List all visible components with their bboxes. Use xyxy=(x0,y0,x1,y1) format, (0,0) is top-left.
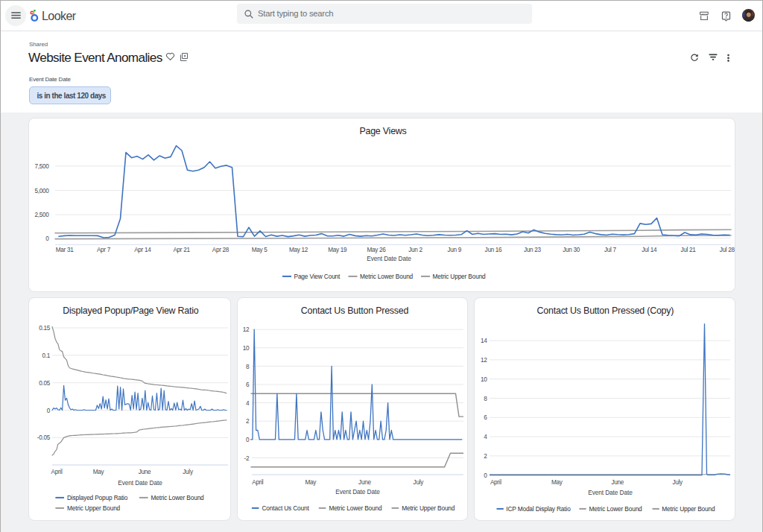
svg-text:June: June xyxy=(139,469,151,475)
svg-text:Jun 9: Jun 9 xyxy=(447,247,461,253)
svg-text:Jun 30: Jun 30 xyxy=(563,247,580,253)
svg-text:Metric Upper Bound: Metric Upper Bound xyxy=(433,273,487,280)
svg-text:0: 0 xyxy=(246,437,250,443)
svg-text:May: May xyxy=(551,479,563,486)
svg-text:Jul 28: Jul 28 xyxy=(720,247,735,253)
svg-text:Jul 7: Jul 7 xyxy=(604,247,617,253)
svg-text:May: May xyxy=(305,479,317,486)
svg-text:June: June xyxy=(358,479,371,486)
svg-text:May 19: May 19 xyxy=(328,247,347,253)
svg-text:-0.05: -0.05 xyxy=(37,434,51,441)
svg-text:5,000: 5,000 xyxy=(35,188,50,194)
svg-text:Event Date Date: Event Date Date xyxy=(588,489,633,496)
svg-text:4: 4 xyxy=(246,400,250,407)
svg-text:Apr 7: Apr 7 xyxy=(97,247,111,253)
svg-text:May 5: May 5 xyxy=(252,247,268,253)
svg-text:July: July xyxy=(183,469,194,475)
svg-text:10: 10 xyxy=(243,345,250,352)
svg-text:Apr 14: Apr 14 xyxy=(134,247,151,253)
svg-text:Contact Us Count: Contact Us Count xyxy=(262,504,310,512)
svg-text:10: 10 xyxy=(481,376,487,383)
svg-text:Metric Upper Bound: Metric Upper Bound xyxy=(402,504,455,512)
svg-text:Event Date Date: Event Date Date xyxy=(335,488,380,495)
svg-text:12: 12 xyxy=(243,326,250,333)
svg-text:6: 6 xyxy=(246,381,250,388)
svg-text:Apr 21: Apr 21 xyxy=(173,247,190,253)
svg-text:14: 14 xyxy=(481,338,487,344)
svg-text:7,500: 7,500 xyxy=(35,163,50,170)
svg-text:Mar 31: Mar 31 xyxy=(56,247,74,253)
svg-text:6: 6 xyxy=(484,414,487,421)
svg-text:0: 0 xyxy=(47,408,51,414)
svg-text:4: 4 xyxy=(484,434,487,440)
svg-text:0: 0 xyxy=(45,235,49,242)
svg-text:12: 12 xyxy=(481,357,487,364)
svg-text:Contact Us Button Pressed: Contact Us Button Pressed xyxy=(301,305,409,316)
svg-text:April: April xyxy=(252,479,263,486)
svg-text:Jun 23: Jun 23 xyxy=(524,247,542,253)
svg-text:Metric Lower Bound: Metric Lower Bound xyxy=(151,494,205,501)
svg-text:0.1: 0.1 xyxy=(42,352,51,359)
svg-text:0: 0 xyxy=(484,472,487,479)
svg-text:June: June xyxy=(611,479,624,486)
svg-text:Page View Count: Page View Count xyxy=(294,273,341,280)
svg-text:May 12: May 12 xyxy=(289,247,308,253)
svg-text:May 26: May 26 xyxy=(367,247,387,253)
svg-text:-2: -2 xyxy=(244,455,250,462)
svg-text:Displayed Popup/Page View Rati: Displayed Popup/Page View Ratio xyxy=(63,305,199,316)
svg-text:8: 8 xyxy=(246,364,250,370)
svg-text:Jun 2: Jun 2 xyxy=(408,247,422,253)
svg-text:Metric Lower Bound: Metric Lower Bound xyxy=(329,504,382,512)
svg-text:Apr 28: Apr 28 xyxy=(212,247,229,253)
svg-text:July: July xyxy=(672,479,683,486)
svg-text:Contact Us Button Pressed (Cop: Contact Us Button Pressed (Copy) xyxy=(537,305,674,316)
svg-text:2,500: 2,500 xyxy=(35,212,50,218)
svg-text:Event Date Date: Event Date Date xyxy=(118,479,162,487)
svg-text:2: 2 xyxy=(484,453,487,460)
svg-text:Jul 14: Jul 14 xyxy=(642,247,657,253)
svg-text:Jun 16: Jun 16 xyxy=(485,247,503,253)
svg-text:0.05: 0.05 xyxy=(39,380,50,387)
svg-text:April: April xyxy=(51,469,63,475)
svg-text:April: April xyxy=(490,479,501,486)
svg-text:Metric Lower Bound: Metric Lower Bound xyxy=(360,273,414,280)
svg-text:Jul 21: Jul 21 xyxy=(680,247,696,253)
svg-text:Metric Upper Bound: Metric Upper Bound xyxy=(662,505,715,513)
svg-text:0.15: 0.15 xyxy=(39,325,50,332)
svg-text:ICP Modal Display Ratio: ICP Modal Display Ratio xyxy=(506,505,571,513)
svg-text:May: May xyxy=(93,469,105,475)
svg-text:2: 2 xyxy=(246,418,250,425)
svg-text:July: July xyxy=(414,479,425,486)
svg-text:Metric Lower Bound: Metric Lower Bound xyxy=(589,505,643,513)
svg-text:Page Views: Page Views xyxy=(359,126,406,136)
svg-text:8: 8 xyxy=(484,396,487,402)
svg-text:Displayed Popup Ratio: Displayed Popup Ratio xyxy=(67,494,128,501)
svg-text:Metric Upper Bound: Metric Upper Bound xyxy=(67,504,121,512)
svg-text:Event Date Date: Event Date Date xyxy=(367,255,411,262)
